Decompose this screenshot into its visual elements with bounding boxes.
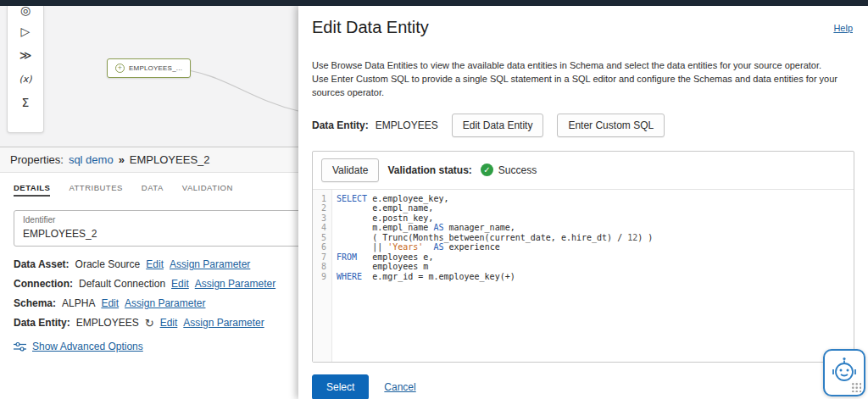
drawer-description: Use Browse Data Entities to view the ava… [312, 59, 854, 100]
data-asset-row: Data Asset: Oracle Source Edit Assign Pa… [0, 258, 298, 270]
line-number: 8 [313, 262, 326, 272]
field-value: Oracle Source [75, 258, 141, 270]
line-number: 9 [313, 272, 326, 282]
operator-palette: ◎ ▷ ≫ (x) Σ [7, 6, 44, 133]
properties-tabs: DETAILS ATTRIBUTES DATA VALIDATION [0, 173, 298, 203]
drag-dots-icon [850, 381, 861, 392]
field-label: Data Entity: [14, 317, 70, 329]
robot-icon [831, 356, 858, 385]
edit-link[interactable]: Edit [146, 258, 164, 270]
split-icon[interactable]: ≫ [8, 43, 43, 67]
assign-parameter-link[interactable]: Assign Parameter [183, 317, 264, 329]
run-icon[interactable]: ▷ [8, 19, 43, 43]
aggregate-icon[interactable]: Σ [8, 91, 43, 114]
line-number: 6 [313, 242, 326, 252]
target-icon[interactable]: ◎ [8, 6, 43, 19]
description-line: Use Enter Custom SQL to provide a single… [312, 73, 854, 100]
drawer-title: Edit Data Entity [312, 18, 854, 37]
sliders-icon [14, 341, 26, 352]
line-number: 4 [313, 223, 326, 233]
entity-node[interactable]: + EMPLOYEES_... [107, 58, 191, 78]
sql-code: SELECT e.employee_key, [326, 194, 448, 204]
sql-validation-box: Validate Validation status: ✓ Success 1S… [312, 151, 854, 363]
enter-custom-sql-button[interactable]: Enter Custom SQL [557, 114, 665, 137]
validation-toolbar: Validate Validation status: ✓ Success [313, 152, 854, 189]
sql-line: 2 e.empl_name, [313, 203, 854, 213]
advanced-options-row: Show Advanced Options [0, 336, 298, 357]
app-root: ◎ ▷ ≫ (x) Σ + EMPLOYEES_... Properties: … [0, 0, 868, 399]
edit-link[interactable]: Edit [171, 278, 189, 290]
tab-validation[interactable]: VALIDATION [182, 183, 233, 197]
assign-parameter-link[interactable]: Assign Parameter [195, 278, 275, 290]
sql-code: || 'Years' AS experience [326, 242, 500, 252]
validation-status-label: Validation status: [387, 164, 471, 176]
field-label: Data Asset: [14, 258, 70, 270]
breadcrumb-flow-link[interactable]: sql demo [69, 153, 114, 166]
expression-icon[interactable]: (x) [8, 67, 43, 91]
field-label: Connection: [14, 278, 73, 290]
validate-button[interactable]: Validate [321, 158, 379, 182]
sql-line: 6 || 'Years' AS experience [313, 242, 854, 252]
entity-node-label: EMPLOYEES_... [129, 64, 182, 72]
edit-link[interactable]: Edit [101, 297, 119, 309]
sql-code: e.empl_name, [326, 203, 433, 213]
field-value: ALPHA [62, 297, 95, 309]
sql-line: 8 employees m [313, 262, 854, 272]
data-entity-row: Data Entity: EMPLOYEES ↻ Edit Assign Par… [0, 317, 298, 329]
properties-header: Properties: sql demo » EMPLOYEES_2 [0, 147, 298, 173]
refresh-icon[interactable]: ↻ [145, 318, 154, 329]
line-number: 1 [313, 194, 326, 204]
line-number: 5 [313, 233, 326, 243]
cancel-link[interactable]: Cancel [384, 381, 415, 393]
description-line: Use Browse Data Entities to view the ava… [312, 59, 854, 73]
sql-editor[interactable]: 1SELECT e.employee_key,2 e.empl_name,3 e… [313, 189, 854, 362]
sql-code: m.empl_name AS manager_name, [326, 223, 515, 233]
field-value: Default Connection [79, 278, 165, 290]
breadcrumb-separator-icon: » [119, 153, 125, 166]
sql-line: 5 ( Trunc(Months_between(current_date, e… [313, 233, 854, 243]
sql-line: 9WHERE e.mgr_id = m.employee_key(+) [313, 272, 854, 282]
field-value: EMPLOYEES [76, 317, 139, 329]
breadcrumb-node: EMPLOYEES_2 [130, 153, 210, 166]
plus-circle-icon: + [115, 64, 125, 73]
sql-code: FROM employees e, [326, 252, 433, 263]
sql-line: 1SELECT e.employee_key, [313, 194, 854, 204]
validation-status: ✓ Success [481, 163, 537, 176]
edit-link[interactable]: Edit [160, 317, 178, 329]
properties-panel: Properties: sql demo » EMPLOYEES_2 DETAI… [0, 147, 298, 399]
schema-row: Schema: ALPHA Edit Assign Parameter [0, 297, 298, 309]
assign-parameter-link[interactable]: Assign Parameter [170, 258, 250, 270]
line-number: 2 [313, 203, 326, 213]
dataflow-canvas[interactable]: ◎ ▷ ≫ (x) Σ + EMPLOYEES_... [0, 6, 298, 147]
sql-code: employees m [326, 262, 428, 272]
edit-data-entity-drawer: Edit Data Entity Help Use Browse Data En… [298, 6, 868, 399]
field-label: Schema: [14, 297, 56, 309]
identifier-label: Identifier [23, 215, 318, 224]
drawer-footer: Select Cancel [312, 374, 854, 399]
tab-details[interactable]: DETAILS [14, 183, 50, 197]
sql-code: WHERE e.mgr_id = m.employee_key(+) [326, 272, 515, 282]
validation-status-value: Success [498, 164, 537, 176]
sql-line: 3 e.postn_key, [313, 213, 854, 224]
assistant-fab[interactable] [823, 349, 865, 396]
line-number: 3 [313, 213, 326, 224]
sql-line: 4 m.empl_name AS manager_name, [313, 223, 854, 233]
identifier-field[interactable]: Identifier EMPLOYEES_2 [14, 210, 327, 247]
success-check-icon: ✓ [481, 163, 493, 176]
top-bar [0, 0, 868, 6]
select-button[interactable]: Select [312, 374, 369, 399]
sql-line: 7FROM employees e, [313, 252, 854, 263]
sql-code: ( Trunc(Months_between(current_date, e.h… [326, 233, 653, 243]
assign-parameter-link[interactable]: Assign Parameter [125, 297, 205, 309]
tab-data[interactable]: DATA [142, 183, 164, 197]
data-entity-value: EMPLOYEES [376, 119, 438, 131]
line-number: 7 [313, 252, 326, 263]
properties-title: Properties: [10, 153, 64, 166]
tab-attributes[interactable]: ATTRIBUTES [69, 183, 122, 197]
data-entity-selector-row: Data Entity: EMPLOYEES Edit Data Entity … [312, 114, 854, 137]
edit-data-entity-button[interactable]: Edit Data Entity [452, 114, 544, 137]
data-entity-label: Data Entity: [312, 119, 369, 131]
sql-code: e.postn_key, [326, 213, 433, 224]
show-advanced-options-link[interactable]: Show Advanced Options [32, 341, 143, 352]
help-link[interactable]: Help [833, 23, 853, 33]
